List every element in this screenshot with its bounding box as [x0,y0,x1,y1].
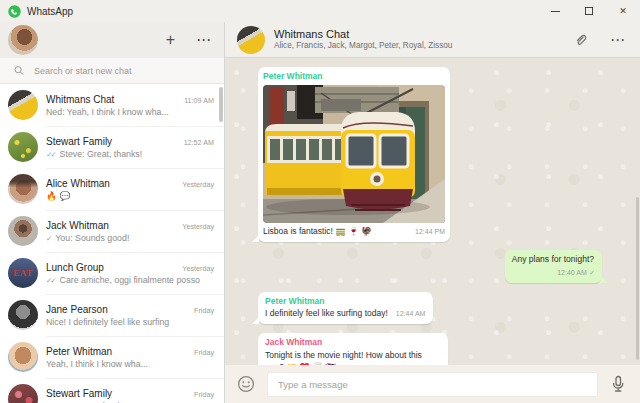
message-input-bar [225,365,640,403]
chat-list: Whitmans Chat 11:09 AM Ned: Yeah, I thin… [0,84,224,403]
chat-avatar [8,132,38,162]
chat-time: 11:09 AM [184,96,214,105]
close-icon: ✕ [619,7,627,16]
emoji-button[interactable] [237,375,255,393]
minimize-icon [551,11,560,12]
search-bar[interactable] [0,58,224,84]
chat-name: Jane Pearson [46,304,108,315]
chat-panel: Whitmans Chat Alice, Francis, Jack, Marg… [225,22,640,403]
message-text: I definitely feel like surfing today! [265,308,388,320]
attach-icon[interactable] [574,32,589,47]
message-input[interactable] [267,372,598,397]
chat-list-item-stewart-family[interactable]: Stewart Family 12:52 AM ✓✓ Steve: Great,… [0,126,224,168]
chat-time: Friday [194,390,214,399]
chat-preview: Ned: Yeah, I think I know wha... [46,107,169,117]
chat-menu-icon[interactable]: ··· [611,34,626,46]
chat-members: Alice, Francis, Jack, Margot, Peter, Roy… [274,41,452,51]
new-chat-icon[interactable]: + [166,32,175,48]
chat-preview: Care amiche, oggi finalmente posso [60,275,200,285]
sent-tick-icon: ✓ [589,269,594,276]
chat-time: Friday [194,348,214,357]
chat-avatar: EAT [8,258,38,288]
chat-avatar [8,90,38,120]
search-input[interactable] [34,66,214,76]
chat-name: Whitmans Chat [46,94,114,105]
message-incoming[interactable]: Peter Whitman I definitely feel like sur… [258,292,433,325]
chat-preview: Steve: Great, thanks! [60,149,143,159]
my-profile-avatar[interactable] [8,25,38,55]
chat-name: Stewart Family [46,136,112,147]
message-text: Tonight is the movie night! How about th… [265,350,440,365]
message-incoming-image[interactable]: Peter Whitman [258,67,450,242]
message-author[interactable]: Peter Whitman [263,71,445,83]
maximize-icon [585,7,593,15]
chat-avatar [8,384,38,403]
chat-list-item-whitmans-chat[interactable]: Whitmans Chat 11:09 AM Ned: Yeah, I thin… [0,84,224,126]
message-time: 12:40 AM [557,269,587,276]
delivered-ticks-icon: ✓✓ [46,276,57,285]
emoji-icon [237,375,255,393]
chat-list-item-alice-whitman[interactable]: Alice Whitman Yesterday 🔥 💬 [0,168,224,210]
chat-list-item-jane-pearson[interactable]: Jane Pearson Friday Nice! I definitely f… [0,294,224,336]
chat-preview: You: Sounds good! [55,233,129,243]
sidebar: + ··· Whitmans Chat 11:09 AM [0,22,225,403]
titlebar: WhatsApp ✕ [0,0,640,22]
chat-time: Friday [194,306,214,315]
chat-name: Lunch Group [46,262,104,273]
chat-preview: Yeah, I think I know wha... [46,359,148,369]
chat-list-item-peter-whitman[interactable]: Peter Whitman Friday Yeah, I think I kno… [0,336,224,378]
image-caption: Lisboa is fantastic! 🚃 🍷 🦃 [263,226,372,238]
tram-photo-image[interactable] [263,85,445,223]
chat-avatar [8,216,38,246]
chat-name: Stewart Family [46,388,112,399]
chat-name: Peter Whitman [46,346,112,357]
group-avatar [237,26,265,54]
sidebar-scrollbar[interactable] [219,87,223,122]
whatsapp-window: WhatsApp ✕ + ··· [0,0,640,403]
minimize-button[interactable] [538,0,572,22]
microphone-icon [610,375,626,393]
message-area: Peter Whitman [225,58,640,365]
maximize-button[interactable] [572,0,606,22]
chat-time: 12:52 AM [184,138,214,147]
message-time: 12:44 AM [396,309,426,319]
message-time: 12:44 PM [415,227,445,237]
chat-preview: 🔥 💬 [46,191,70,201]
voice-message-button[interactable] [610,375,626,393]
search-icon [14,65,24,76]
chat-header[interactable]: Whitmans Chat Alice, Francis, Jack, Marg… [225,22,640,58]
read-ticks-icon: ✓✓ [46,150,57,159]
message-author[interactable]: Jack Whitman [265,337,440,349]
close-button[interactable]: ✕ [606,0,640,22]
whatsapp-logo-icon [8,5,21,18]
chat-title: Whitmans Chat [274,28,452,42]
chat-time: Yesterday [182,264,214,273]
chat-name: Jack Whitman [46,220,109,231]
chat-time: Yesterday [182,180,214,189]
chat-avatar [8,342,38,372]
menu-icon[interactable]: ··· [197,34,212,46]
message-incoming[interactable]: Jack Whitman Tonight is the movie night!… [258,333,448,365]
message-author[interactable]: Peter Whitman [265,296,425,308]
app-title: WhatsApp [27,6,73,17]
chat-time: Yesterday [182,222,214,231]
message-outgoing[interactable]: Any plans for tonight? 12:40 AM ✓ [505,250,602,283]
chat-scrollbar[interactable] [636,197,639,360]
chat-list-item-stewart-family-2[interactable]: Stewart Family Friday Steve: Great, than… [0,378,224,403]
chat-avatar [8,174,38,204]
chat-avatar [8,300,38,330]
sent-tick-icon: ✓ [46,234,52,243]
sidebar-header: + ··· [0,22,224,58]
chat-preview: Nice! I definitely feel like surfing [46,317,169,327]
chat-list-item-jack-whitman[interactable]: Jack Whitman Yesterday ✓ You: Sounds goo… [0,210,224,252]
message-text: Any plans for tonight? [512,254,594,266]
chat-list-item-lunch-group[interactable]: EAT Lunch Group Yesterday ✓✓ Care amiche… [0,252,224,294]
chat-name: Alice Whitman [46,178,110,189]
